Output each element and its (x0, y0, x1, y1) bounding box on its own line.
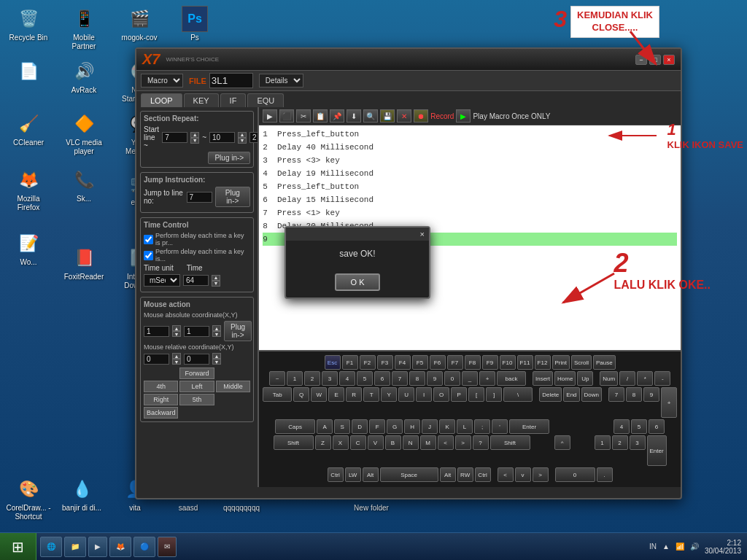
key-p[interactable]: P (451, 387, 467, 402)
key-backslash[interactable]: \ (503, 387, 533, 402)
5th-btn[interactable]: 5th (179, 394, 214, 405)
key-a[interactable]: A (317, 419, 333, 434)
key-7[interactable]: 7 (608, 387, 624, 402)
dialog-ok-button[interactable]: O K (335, 273, 381, 291)
taskbar-media[interactable]: ▶ (88, 537, 107, 557)
maximize-button[interactable]: □ (649, 55, 661, 65)
key-num0[interactable]: 0 (555, 467, 595, 482)
key-plus[interactable]: + (479, 371, 495, 386)
key-slash[interactable]: ? (473, 435, 489, 450)
key-u[interactable]: U (398, 387, 414, 402)
key-5[interactable]: 5 (357, 371, 373, 386)
close-button[interactable]: × (663, 55, 675, 65)
key-f6[interactable]: F6 (430, 355, 446, 370)
file-input[interactable] (209, 73, 253, 88)
key-g[interactable]: G (387, 419, 403, 434)
key-f10[interactable]: F10 (500, 355, 516, 370)
key-d[interactable]: D (352, 419, 368, 434)
jump-input[interactable] (187, 192, 212, 203)
rel-y-down[interactable]: ▼ (212, 359, 221, 365)
key-right-arr[interactable]: > (533, 467, 549, 482)
forward-btn[interactable]: Forward (179, 368, 214, 379)
icon-recycle-bin[interactable]: 🗑️ Recycle Bin (4, 4, 53, 53)
key-home[interactable]: Home (554, 371, 576, 386)
key-o[interactable]: O (433, 387, 449, 402)
abs-y-up[interactable]: ▲ (212, 325, 221, 331)
key-v[interactable]: V (368, 435, 384, 450)
rel-x-input[interactable] (144, 354, 169, 365)
key-1[interactable]: 1 (287, 371, 303, 386)
key-num2[interactable]: 2 (612, 435, 628, 450)
key-semicolon[interactable]: ; (474, 419, 490, 434)
abs-y-down[interactable]: ▼ (212, 331, 221, 337)
key-quote[interactable]: ' (492, 419, 508, 434)
tool-btn-7[interactable]: 🔍 (363, 109, 378, 122)
key-0[interactable]: 0 (444, 371, 460, 386)
key-scroll[interactable]: Scroll (571, 355, 592, 370)
key-tilde[interactable]: ~ (269, 371, 285, 386)
key-rbracket[interactable]: ] (486, 387, 502, 402)
key-m[interactable]: M (420, 435, 436, 450)
tool-btn-6[interactable]: ⬇ (347, 109, 361, 122)
key-b[interactable]: B (385, 435, 401, 450)
key-6[interactable]: 6 (374, 371, 390, 386)
key-num5[interactable]: 5 (631, 419, 647, 434)
tool-btn-5[interactable]: 📌 (330, 109, 344, 122)
time-down-btn[interactable]: ▼ (212, 281, 220, 287)
key-f8[interactable]: F8 (465, 355, 481, 370)
key-num1[interactable]: 1 (595, 435, 611, 450)
key-insert[interactable]: Insert (533, 371, 553, 386)
time-up-btn[interactable]: ▲ (212, 275, 220, 281)
icon-ccleaner[interactable]: 🧹 CCleaner (4, 109, 53, 158)
key-div[interactable]: / (619, 371, 635, 386)
key-ralt[interactable]: Alt (440, 467, 456, 482)
key-comma[interactable]: < (438, 435, 454, 450)
key-t[interactable]: T (363, 387, 379, 402)
taskbar-explorer[interactable]: 📁 (64, 537, 86, 557)
middle-btn[interactable]: Middle (216, 381, 250, 392)
icon-mogok[interactable]: 🎬 mogok-cov (115, 4, 164, 53)
key-rwin[interactable]: RW (457, 467, 473, 482)
key-h[interactable]: H (404, 419, 420, 434)
rel-y-input[interactable] (184, 354, 209, 365)
key-4[interactable]: 4 (339, 371, 355, 386)
icon-mobile-partner[interactable]: 📱 Mobile Partner (59, 4, 109, 53)
key-f11[interactable]: F11 (517, 355, 533, 370)
plug-in-btn-3[interactable]: Plug in-> (224, 321, 252, 341)
icon-foxit[interactable]: 📕 FoxitReader (59, 243, 109, 292)
key-7[interactable]: 7 (392, 371, 408, 386)
key-mul[interactable]: * (637, 371, 653, 386)
time-unit-select[interactable]: mSec (144, 274, 180, 287)
key-s[interactable]: S (334, 419, 350, 434)
rel-x-up[interactable]: ▲ (172, 353, 181, 359)
key-numenter[interactable]: Enter (647, 435, 667, 466)
key-q[interactable]: Q (293, 387, 309, 402)
key-end[interactable]: End (563, 387, 579, 402)
key-f4[interactable]: F4 (395, 355, 411, 370)
key-delete[interactable]: Delete (539, 387, 562, 402)
minimize-button[interactable]: − (635, 55, 647, 65)
key-i[interactable]: I (416, 387, 432, 402)
key-k[interactable]: K (439, 419, 455, 434)
tab-key[interactable]: KEY (184, 93, 219, 107)
key-minus[interactable]: _ (462, 371, 478, 386)
start-down-btn[interactable]: ▼ (190, 138, 199, 144)
icon-avrack[interactable]: 🔊 AvRack (59, 56, 109, 106)
key-n[interactable]: N (403, 435, 419, 450)
left-btn[interactable]: Left (179, 381, 214, 392)
key-f7[interactable]: F7 (447, 355, 463, 370)
backward-btn[interactable]: Backward (144, 407, 178, 419)
tab-equ[interactable]: EQU (247, 93, 284, 107)
key-9[interactable]: 9 (427, 371, 443, 386)
delay-check-1[interactable] (144, 235, 153, 244)
key-down-arr2[interactable]: v (515, 467, 531, 482)
key-num[interactable]: Num (600, 371, 618, 386)
key-left-arr[interactable]: < (498, 467, 514, 482)
abs-x-down[interactable]: ▼ (172, 331, 181, 337)
start-up-btn[interactable]: ▲ (190, 132, 199, 138)
key-num6[interactable]: 6 (649, 419, 665, 434)
taskbar-item6[interactable]: ✉ (158, 537, 177, 557)
key-3[interactable]: 3 (322, 371, 338, 386)
key-up-arr2[interactable]: ^ (554, 435, 570, 450)
key-numadd[interactable]: + (661, 387, 677, 418)
